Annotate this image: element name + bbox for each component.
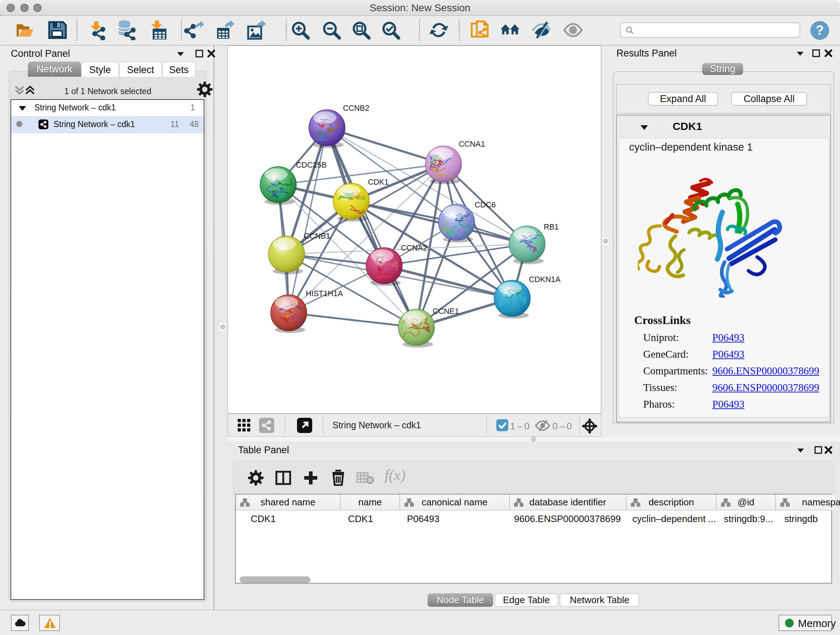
svg-text:CCNE1: CCNE1 bbox=[433, 307, 459, 316]
svg-text:CCNA1: CCNA1 bbox=[459, 140, 485, 149]
svg-text:CDKN1A: CDKN1A bbox=[529, 275, 561, 284]
svg-text:CCNB1: CCNB1 bbox=[304, 232, 330, 241]
svg-text:CDC6: CDC6 bbox=[475, 201, 496, 209]
svg-text:HIST1H1A: HIST1H1A bbox=[306, 289, 343, 298]
svg-text:CCNA2: CCNA2 bbox=[401, 244, 427, 252]
svg-text:?: ? bbox=[816, 23, 824, 38]
svg-text:CCNB2: CCNB2 bbox=[343, 104, 369, 112]
svg-text:CDC25B: CDC25B bbox=[296, 161, 327, 169]
svg-text:RB1: RB1 bbox=[544, 223, 559, 231]
svg-text:CDK1: CDK1 bbox=[368, 178, 388, 187]
